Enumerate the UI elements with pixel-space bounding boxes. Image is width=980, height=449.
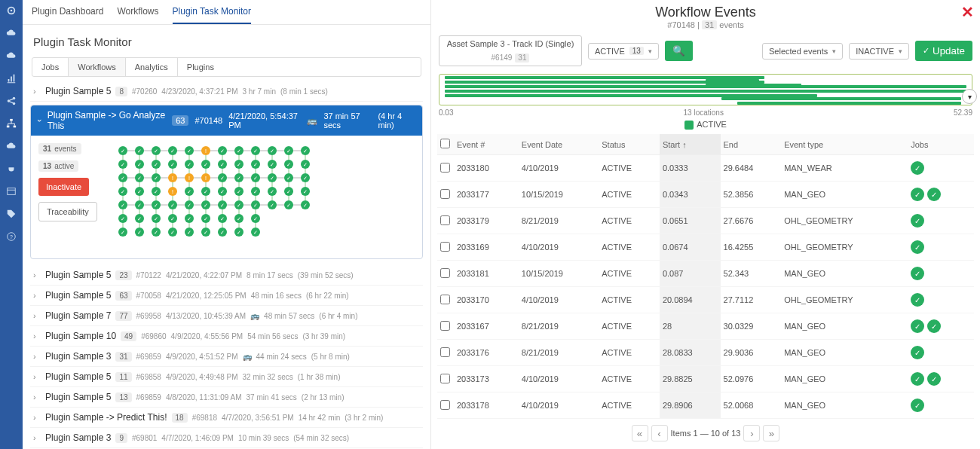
pager-last-button[interactable]: » <box>763 425 779 441</box>
job-status-icon[interactable]: ✓ <box>911 267 924 280</box>
row-checkbox[interactable] <box>440 374 450 383</box>
bus-icon: 🚌 <box>243 353 252 361</box>
col-header[interactable]: Start ↑ <box>660 134 721 155</box>
subtab-jobs[interactable]: Jobs <box>32 58 69 76</box>
svg-text:✓: ✓ <box>220 203 225 208</box>
filter-icon[interactable]: ▾ <box>962 89 977 104</box>
job-status-icon[interactable]: ✓ <box>911 161 924 175</box>
workflow-row[interactable]: ›Plugin Sample -> Predict This!18#698184… <box>30 408 423 428</box>
workflow-row[interactable]: ›Plugin Sample 777#699584/13/2020, 10:45… <box>30 306 423 326</box>
table-row[interactable]: 20331784/10/2019ACTIVE29.890652.0068MAN_… <box>437 392 974 419</box>
workflow-expanded-header[interactable]: › Plugin Sample -> Go Analyze This 63 #7… <box>31 105 422 136</box>
col-header[interactable]: Event # <box>454 134 519 155</box>
svg-text:✓: ✓ <box>187 148 191 154</box>
svg-text:✓: ✓ <box>121 203 125 208</box>
table-row[interactable]: 20331678/21/2019ACTIVE2830.0329MAN_GEO✓✓ <box>437 313 974 340</box>
inactive-select[interactable]: INACTIVE▾ <box>849 43 909 60</box>
svg-text:✓: ✓ <box>170 162 175 167</box>
subtab-plugins[interactable]: Plugins <box>178 58 223 76</box>
cell-end: 27.6676 <box>721 208 782 234</box>
select-all-checkbox[interactable] <box>440 139 450 148</box>
svg-text:✓: ✓ <box>137 203 142 208</box>
job-status-icon[interactable]: ✓ <box>927 188 941 201</box>
table-row[interactable]: 20331734/10/2019ACTIVE29.882552.0976MAN_… <box>437 366 974 392</box>
table-row[interactable]: 20331768/21/2019ACTIVE28.083329.9036MAN_… <box>437 340 974 366</box>
sitemap-icon[interactable] <box>5 118 17 130</box>
table-row[interactable]: 203318110/15/2019ACTIVE0.08752.343MAN_GE… <box>437 261 974 287</box>
job-status-icon[interactable]: ✓ <box>911 214 924 228</box>
subtab-workflows[interactable]: Workflows <box>69 58 126 76</box>
job-status-icon[interactable]: ✓ <box>911 240 924 254</box>
tab-plugin-dashboard[interactable]: Plugin Dashboard <box>32 6 103 24</box>
workflow-row[interactable]: ›Plugin Sample 563#700584/21/2020, 12:25… <box>30 286 423 306</box>
help-icon[interactable]: ? <box>5 231 17 243</box>
selected-events-select[interactable]: Selected events▾ <box>762 43 843 60</box>
update-button[interactable]: ✓Update <box>915 41 972 61</box>
tab-workflows[interactable]: Workflows <box>117 6 158 24</box>
workflow-row[interactable]: ›Plugin Sample 331#698594/9/2020, 4:51:5… <box>30 347 423 367</box>
row-checkbox[interactable] <box>440 400 450 410</box>
active-pill: 13active <box>38 160 78 172</box>
row-checkbox[interactable] <box>440 347 450 357</box>
job-status-icon[interactable]: ✓ <box>927 372 941 386</box>
row-checkbox[interactable] <box>440 268 450 278</box>
tag-icon[interactable] <box>5 208 17 220</box>
col-header[interactable]: Jobs <box>908 134 974 155</box>
job-status-icon[interactable]: ✓ <box>911 399 924 412</box>
table-row[interactable]: 20331694/10/2019ACTIVE0.067416.4255OHL_G… <box>437 234 974 261</box>
row-checkbox[interactable] <box>440 189 450 199</box>
row-checkbox[interactable] <box>440 295 450 304</box>
target-icon[interactable] <box>5 5 17 17</box>
table-row[interactable]: 203317710/15/2019ACTIVE0.034352.3856MAN_… <box>437 182 974 208</box>
share-icon[interactable] <box>5 95 17 107</box>
job-status-icon[interactable]: ✓ <box>911 372 924 386</box>
subtab-analytics[interactable]: Analytics <box>126 58 178 76</box>
svg-text:✓: ✓ <box>137 148 142 154</box>
svg-rect-8 <box>8 188 16 195</box>
cloud-icon[interactable] <box>5 27 17 39</box>
pager-next-button[interactable]: › <box>743 425 760 441</box>
col-header[interactable]: End <box>721 134 782 155</box>
pager-prev-button[interactable]: ‹ <box>651 425 668 441</box>
cloud2-icon[interactable] <box>5 50 17 62</box>
asset-select[interactable]: Asset Sample 3 - Track ID (Single) #6149… <box>439 35 582 66</box>
chevron-right-icon: › <box>33 311 41 320</box>
job-status-icon[interactable]: ✓ <box>911 319 924 333</box>
table-row[interactable]: 20331704/10/2019ACTIVE20.089427.7112OHL_… <box>437 287 974 313</box>
workflow-row[interactable]: ›Plugin Sample 513#698594/8/2020, 11:31:… <box>30 387 423 408</box>
col-header[interactable]: Status <box>599 134 660 155</box>
workflow-row[interactable]: ›Plugin Sample 39#698014/7/2020, 1:46:09… <box>30 428 423 448</box>
row-checkbox[interactable] <box>440 242 450 252</box>
count-badge: 13 <box>115 392 131 402</box>
pager-first-button[interactable]: « <box>632 425 648 441</box>
chart-icon[interactable] <box>5 72 17 84</box>
job-status-icon[interactable]: ✓ <box>911 293 924 307</box>
workflow-row[interactable]: ›Plugin Sample 511#698584/9/2020, 4:49:4… <box>30 367 423 387</box>
col-header[interactable]: Event type <box>781 134 908 155</box>
row-checkbox[interactable] <box>440 321 450 331</box>
window-icon[interactable] <box>5 185 17 197</box>
timeline[interactable] <box>439 74 972 105</box>
job-status-icon[interactable]: ✓ <box>927 319 941 333</box>
search-button[interactable]: 🔍 <box>665 41 693 61</box>
job-status-icon[interactable]: ✓ <box>911 188 924 201</box>
status-filter-select[interactable]: ACTIVE13▾ <box>588 43 659 60</box>
traceability-button[interactable]: Traceability <box>38 202 97 221</box>
cell-event: 2033177 <box>454 182 519 208</box>
close-icon[interactable]: ✕ <box>961 3 974 21</box>
table-row[interactable]: 20331798/21/2019ACTIVE0.065127.6676OHL_G… <box>437 208 974 234</box>
row-checkbox[interactable] <box>440 215 450 225</box>
table-row[interactable]: 20331804/10/2019ACTIVE0.033329.6484MAN_W… <box>437 155 974 182</box>
workflow-row[interactable]: › Plugin Sample 5 8 #70260 4/23/2020, 4:… <box>30 81 423 102</box>
workflow-row[interactable]: ›Plugin Sample 523#701224/21/2020, 4:22:… <box>30 265 423 286</box>
workflow-row[interactable]: ›Plugin Sample 1049#698604/9/2020, 4:55:… <box>30 326 423 347</box>
row-checkbox[interactable] <box>440 163 450 173</box>
tab-plugin-task-monitor[interactable]: Plugin Task Monitor <box>173 6 252 24</box>
top-tabs: Plugin Dashboard Workflows Plugin Task M… <box>23 0 430 25</box>
col-header[interactable]: Event Date <box>519 134 599 155</box>
plug-icon[interactable] <box>5 163 17 175</box>
job-status-icon[interactable]: ✓ <box>911 346 924 359</box>
svg-text:✓: ✓ <box>286 162 291 167</box>
cloud3-icon[interactable] <box>5 140 17 152</box>
inactivate-button[interactable]: Inactivate <box>38 178 89 196</box>
